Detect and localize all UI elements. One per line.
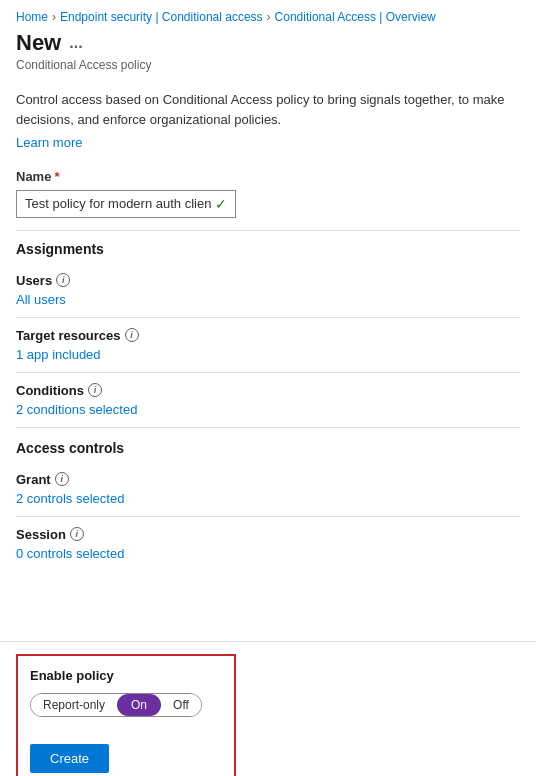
breadcrumb: Home › Endpoint security | Conditional a… <box>0 0 536 30</box>
assignments-section-title: Assignments <box>16 241 520 257</box>
users-value[interactable]: All users <box>16 292 66 307</box>
users-label: Users i <box>16 273 520 288</box>
bottom-section: Enable policy Report-only On Off Create <box>0 641 536 777</box>
toggle-group: Report-only On Off <box>30 693 202 717</box>
conditions-assignment-item[interactable]: Conditions i 2 conditions selected <box>16 373 520 428</box>
target-resources-info-icon[interactable]: i <box>125 328 139 342</box>
target-resources-assignment-item[interactable]: Target resources i 1 app included <box>16 318 520 373</box>
description-area: Control access based on Conditional Acce… <box>0 80 536 159</box>
session-info-icon[interactable]: i <box>70 527 84 541</box>
create-button[interactable]: Create <box>30 744 109 773</box>
name-required-marker: * <box>54 169 59 184</box>
conditions-value[interactable]: 2 conditions selected <box>16 402 137 417</box>
session-value[interactable]: 0 controls selected <box>16 546 124 561</box>
page-subtitle: Conditional Access policy <box>16 58 520 72</box>
toggle-report-only[interactable]: Report-only <box>31 694 117 716</box>
access-controls-section: Access controls Grant i 2 controls selec… <box>16 440 520 571</box>
breadcrumb-endpoint[interactable]: Endpoint security | Conditional access <box>60 10 263 24</box>
grant-label: Grant i <box>16 472 520 487</box>
name-label: Name * <box>16 169 520 184</box>
enable-policy-label: Enable policy <box>30 668 222 683</box>
assignments-divider <box>16 230 520 231</box>
users-assignment-item[interactable]: Users i All users <box>16 263 520 318</box>
ellipsis-menu[interactable]: ... <box>69 34 82 52</box>
grant-value[interactable]: 2 controls selected <box>16 491 124 506</box>
session-label: Session i <box>16 527 520 542</box>
description-text: Control access based on Conditional Acce… <box>16 92 505 127</box>
session-assignment-item[interactable]: Session i 0 controls selected <box>16 517 520 571</box>
toggle-on[interactable]: On <box>117 694 161 716</box>
grant-assignment-item[interactable]: Grant i 2 controls selected <box>16 462 520 517</box>
access-controls-section-title: Access controls <box>16 440 520 456</box>
learn-more-link[interactable]: Learn more <box>16 133 520 153</box>
toggle-off[interactable]: Off <box>161 694 201 716</box>
target-resources-value[interactable]: 1 app included <box>16 347 101 362</box>
grant-info-icon[interactable]: i <box>55 472 69 486</box>
breadcrumb-home[interactable]: Home <box>16 10 48 24</box>
enable-policy-box: Enable policy Report-only On Off Create <box>16 654 236 777</box>
users-info-icon[interactable]: i <box>56 273 70 287</box>
conditions-label: Conditions i <box>16 383 520 398</box>
form-area: Name * ✓ Assignments Users i All users T… <box>0 159 536 581</box>
page-title-area: New ... Conditional Access policy <box>0 30 536 80</box>
name-input[interactable] <box>25 196 211 211</box>
conditions-info-icon[interactable]: i <box>88 383 102 397</box>
name-input-wrapper[interactable]: ✓ <box>16 190 236 218</box>
name-valid-icon: ✓ <box>215 196 227 212</box>
target-resources-label: Target resources i <box>16 328 520 343</box>
breadcrumb-conditional-access[interactable]: Conditional Access | Overview <box>275 10 436 24</box>
page-title: New <box>16 30 61 56</box>
